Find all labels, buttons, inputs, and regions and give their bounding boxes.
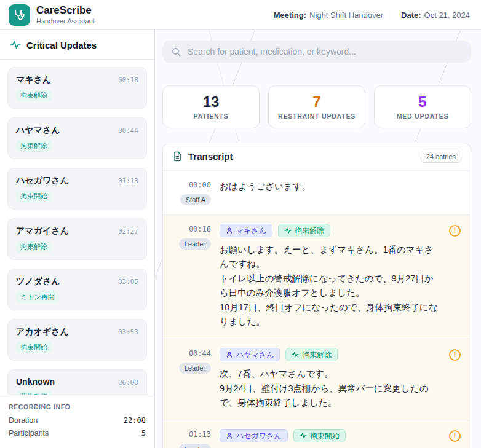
event-chip-label: 拘束解除 bbox=[295, 226, 324, 235]
patient-timestamp: 01:13 bbox=[118, 177, 138, 185]
app-header: CareScribe Handover Assistant Meeting: N… bbox=[0, 0, 481, 30]
sidebar-header: Critical Updates bbox=[0, 30, 154, 60]
entry-text-line: 次、7番、ハヤマさんです。 bbox=[220, 367, 439, 381]
patient-card[interactable]: Unknown06:00薬物動態 bbox=[7, 369, 147, 395]
patient-card[interactable]: アマガイさん02:27拘束解除 bbox=[7, 218, 147, 260]
patient-card-top: マキさん00:18 bbox=[16, 74, 138, 85]
stat-value: 13 bbox=[167, 93, 255, 111]
transcript-entry[interactable]: 01:13Leaderハセガワさん拘束開始8番、ハセガワさん。! bbox=[163, 420, 471, 448]
date-label: Date: bbox=[401, 10, 421, 20]
patient-timestamp: 00:44 bbox=[118, 127, 138, 135]
patient-list: マキさん00:18拘束解除ハヤマさん00:44拘束解除ハセガワさん01:13拘束… bbox=[0, 60, 154, 395]
patient-card[interactable]: アカオギさん03:53拘束開始 bbox=[7, 319, 147, 361]
entry-text-line: 9月24日、壁付け3点柵から、異常バーに変更したので、身体拘束終了しました。 bbox=[220, 382, 439, 411]
recording-value: 22:08 bbox=[124, 416, 146, 425]
sidebar-title: Critical Updates bbox=[26, 40, 97, 50]
patient-card[interactable]: ハヤマさん00:44拘束解除 bbox=[7, 117, 147, 159]
entry-timestamp: 00:44 bbox=[189, 348, 211, 358]
entry-alert-area: ! bbox=[447, 429, 461, 448]
entry-alert-area: ! bbox=[447, 348, 461, 411]
activity-icon bbox=[300, 432, 307, 439]
entry-text: おはようございます。 bbox=[220, 179, 439, 194]
recording-info: RECORDING INFO Duration22:08Participants… bbox=[0, 395, 154, 448]
patient-event-tag: 拘束開始 bbox=[16, 342, 52, 353]
entry-text: お願いします。えーと、まずマキさん。1番のマキさんですね。トイレ以上の警戒解除に… bbox=[220, 243, 439, 329]
transcript-list[interactable]: 00:00Staff Aおはようございます。00:18Leaderマキさん拘束解… bbox=[163, 171, 471, 448]
patient-chip[interactable]: ハセガワさん bbox=[220, 429, 288, 442]
person-icon bbox=[226, 227, 233, 234]
search-input[interactable] bbox=[188, 47, 463, 57]
patient-card[interactable]: マキさん00:18拘束解除 bbox=[7, 67, 147, 109]
search-bar[interactable] bbox=[162, 41, 471, 63]
stat-card[interactable]: 13PATIENTS bbox=[162, 85, 260, 128]
stat-value: 5 bbox=[378, 93, 467, 111]
transcript-entry[interactable]: 00:00Staff Aおはようございます。 bbox=[163, 171, 471, 215]
event-chip-label: 拘束開始 bbox=[310, 431, 340, 440]
entry-alert-area: ! bbox=[447, 224, 461, 329]
entry-meta: 01:13Leader bbox=[173, 429, 211, 448]
entry-body: おはようございます。 bbox=[220, 179, 439, 205]
entry-tag-row: ハセガワさん拘束開始 bbox=[220, 429, 439, 442]
patient-name: アマガイさん bbox=[16, 226, 69, 237]
patient-event-tag: 拘束解除 bbox=[16, 140, 52, 152]
alert-icon[interactable]: ! bbox=[449, 349, 461, 361]
activity-icon bbox=[10, 39, 21, 50]
transcript-header: Transcript 24 entries bbox=[163, 143, 471, 171]
patient-name: ハセガワさん bbox=[16, 175, 69, 186]
alert-icon[interactable]: ! bbox=[449, 225, 461, 237]
stat-label: MED UPDATES bbox=[378, 112, 467, 120]
entry-tag-row: マキさん拘束解除 bbox=[220, 224, 439, 237]
event-chip[interactable]: 拘束解除 bbox=[278, 224, 330, 237]
transcript-title: Transcript bbox=[188, 151, 233, 162]
patient-card-top: ハヤマさん00:44 bbox=[16, 125, 138, 136]
stat-value: 7 bbox=[272, 93, 361, 111]
entry-timestamp: 00:18 bbox=[189, 224, 211, 234]
date-value: Oct 21, 2024 bbox=[424, 10, 470, 20]
patient-event-tag: 拘束解除 bbox=[16, 90, 52, 101]
entry-body: ハセガワさん拘束開始8番、ハセガワさん。 bbox=[220, 429, 439, 448]
speaker-badge: Leader bbox=[179, 238, 211, 250]
transcript-panel: Transcript 24 entries 00:00Staff Aおはようござ… bbox=[162, 143, 471, 448]
patient-event-tag: 拘束開始 bbox=[16, 191, 52, 202]
recording-row: Participants5 bbox=[9, 429, 146, 438]
patient-chip[interactable]: ハヤマさん bbox=[220, 348, 280, 361]
entry-text-line: トイレ以上の警戒解除になってきたので、9月27日から日中のみ介護服オフとしました… bbox=[220, 272, 439, 301]
recording-rows: Duration22:08Participants5 bbox=[9, 416, 146, 438]
patient-card-top: アカオギさん03:53 bbox=[16, 326, 138, 337]
patient-card[interactable]: ツノダさん03:05ミトン再開 bbox=[7, 269, 147, 310]
entries-count-badge: 24 entries bbox=[421, 151, 461, 163]
transcript-entry[interactable]: 00:18Leaderマキさん拘束解除お願いします。えーと、まずマキさん。1番の… bbox=[163, 215, 471, 339]
patient-chip-label: マキさん bbox=[236, 226, 266, 235]
document-icon bbox=[172, 151, 183, 162]
entry-text-line: お願いします。えーと、まずマキさん。1番のマキさんですね。 bbox=[220, 243, 439, 272]
entry-text: 次、7番、ハヤマさんです。9月24日、壁付け3点柵から、異常バーに変更したので、… bbox=[220, 367, 439, 410]
recording-row: Duration22:08 bbox=[9, 416, 146, 425]
patient-card-top: ハセガワさん01:13 bbox=[16, 175, 138, 186]
event-chip[interactable]: 拘束解除 bbox=[285, 348, 338, 361]
app-name: CareScribe bbox=[36, 5, 95, 17]
patient-timestamp: 00:18 bbox=[118, 76, 138, 84]
entry-tag-row: ハヤマさん拘束解除 bbox=[220, 348, 439, 361]
speaker-badge: Leader bbox=[179, 444, 211, 448]
patient-name: アカオギさん bbox=[16, 326, 69, 337]
patient-card[interactable]: ハセガワさん01:13拘束開始 bbox=[7, 168, 147, 210]
patient-card-top: Unknown06:00 bbox=[16, 377, 138, 387]
app-subtitle: Handover Assistant bbox=[36, 17, 95, 25]
patient-chip-label: ハヤマさん bbox=[236, 350, 274, 359]
patient-chip[interactable]: マキさん bbox=[220, 224, 272, 237]
transcript-entry[interactable]: 00:44Leaderハヤマさん拘束解除次、7番、ハヤマさんです。9月24日、壁… bbox=[163, 339, 471, 420]
patient-name: Unknown bbox=[16, 377, 55, 387]
patient-name: マキさん bbox=[16, 74, 51, 85]
meeting-value: Night Shift Handover bbox=[309, 10, 383, 20]
stethoscope-icon bbox=[13, 9, 26, 22]
person-icon bbox=[226, 432, 233, 439]
patient-timestamp: 06:00 bbox=[118, 379, 138, 387]
event-chip[interactable]: 拘束開始 bbox=[293, 429, 346, 442]
stat-card[interactable]: 7RESTRAINT UPDATES bbox=[268, 85, 365, 128]
alert-icon[interactable]: ! bbox=[449, 430, 461, 442]
search-icon bbox=[171, 47, 181, 57]
stat-label: PATIENTS bbox=[167, 112, 255, 120]
stat-card[interactable]: 5MED UPDATES bbox=[374, 85, 471, 128]
stat-label: RESTRAINT UPDATES bbox=[272, 112, 361, 120]
recording-info-heading: RECORDING INFO bbox=[9, 403, 146, 411]
